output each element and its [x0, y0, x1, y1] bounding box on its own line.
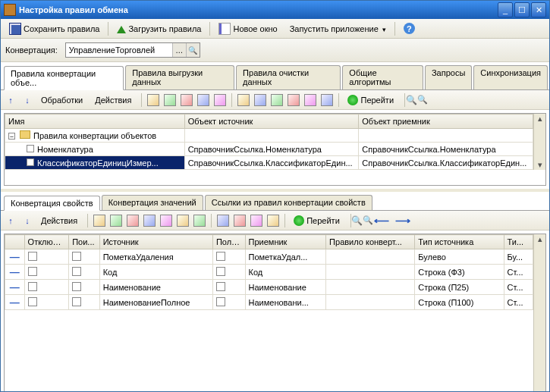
load-icon — [117, 26, 126, 33]
load-rules-button[interactable]: Загрузить правила — [112, 22, 206, 36]
tab-val-conv[interactable]: Конвертация значений — [102, 195, 203, 210]
checkbox-search[interactable] — [72, 267, 81, 276]
col-rule[interactable]: Правило конверт... — [326, 235, 415, 249]
cell: Ст... — [504, 265, 533, 280]
tree-leaf-row-selected[interactable]: КлассификаторЕдиницИзмер... СправочникСс… — [5, 156, 533, 170]
lower-table[interactable]: Отключи... Пои... Источник Полу... Прием… — [5, 234, 533, 391]
checkbox-search[interactable] — [72, 252, 81, 261]
vertical-scrollbar[interactable]: ▴▾ — [533, 234, 545, 391]
cell: Булево — [415, 249, 504, 265]
checkbox-disable[interactable] — [28, 267, 37, 276]
tool-button[interactable] — [253, 93, 267, 107]
table-row[interactable]: — НаименованиеПолное Наименовани... Стро… — [5, 295, 533, 310]
nav-next-button[interactable]: ⟶ — [394, 215, 412, 227]
checkbox-get[interactable] — [216, 267, 225, 276]
tool-button[interactable] — [180, 93, 193, 107]
col-disable[interactable]: Отключи... — [24, 235, 69, 249]
checkbox-search[interactable] — [72, 282, 81, 291]
checkbox-disable[interactable] — [28, 252, 37, 261]
tree-leaf-row[interactable]: Номенклатура СправочникСсылка.Номенклату… — [5, 143, 533, 156]
tool-button[interactable] — [250, 214, 263, 227]
col-search[interactable]: Пои... — [69, 235, 100, 249]
col-dst[interactable]: Объект приемник — [359, 114, 533, 129]
tab-queries[interactable]: Запросы — [425, 65, 472, 89]
table-row[interactable]: — Наименование Наименование Строка (П25)… — [5, 280, 533, 295]
col-source[interactable]: Источник — [99, 235, 212, 249]
move-up-button[interactable]: ↑ — [4, 93, 17, 107]
tool-button[interactable] — [233, 214, 247, 227]
tool-button[interactable] — [176, 214, 190, 227]
col-get[interactable]: Полу... — [212, 235, 245, 249]
tool-button[interactable] — [146, 93, 160, 107]
checkbox-get[interactable] — [216, 297, 225, 306]
col-dtype[interactable]: Ти... — [504, 235, 533, 249]
tool-button[interactable] — [213, 93, 227, 107]
col-name[interactable]: Имя — [5, 114, 185, 129]
tool-button[interactable] — [320, 93, 334, 107]
table-row[interactable]: — Код Код Строка (Ф3) Ст... — [5, 265, 533, 280]
tab-refs[interactable]: Ссылки из правил конвертации свойств — [205, 195, 372, 210]
cell: Ст... — [504, 295, 533, 310]
cell: ПометкаУдал... — [245, 249, 326, 265]
separator — [141, 93, 142, 107]
table-row[interactable]: — ПометкаУдаления ПометкаУдал... Булево … — [5, 249, 533, 265]
tool-button[interactable] — [303, 93, 317, 107]
search-button[interactable]: 🔍 — [356, 214, 369, 227]
cell: Бу... — [504, 249, 533, 265]
tool-icon — [164, 94, 176, 106]
save-rules-button[interactable]: Сохранить правила — [4, 20, 105, 37]
new-window-button[interactable]: Новое окно — [213, 20, 282, 37]
move-up-button[interactable]: ↑ — [4, 214, 17, 227]
conversion-combo[interactable]: … 🔍 — [65, 42, 200, 58]
move-down-button[interactable]: ↓ — [20, 93, 34, 107]
tool-button[interactable] — [216, 214, 230, 227]
processing-menu[interactable]: Обработки — [37, 93, 88, 107]
tool-button[interactable] — [126, 214, 140, 227]
nav-prev-button[interactable]: ⟵ — [372, 215, 391, 227]
combo-ellipsis-button[interactable]: … — [172, 43, 186, 57]
col-src[interactable]: Объект источник — [184, 114, 359, 129]
actions-menu[interactable]: Действия — [37, 214, 83, 227]
col-blank[interactable] — [5, 235, 25, 249]
move-down-button[interactable]: ↓ — [20, 214, 34, 227]
checkbox-disable[interactable] — [28, 282, 37, 291]
tree-root-row[interactable]: −Правила конвертации объектов — [5, 129, 533, 143]
close-button[interactable]: ✕ — [531, 2, 546, 17]
tab-prop-conv[interactable]: Конвертация свойств — [4, 196, 100, 211]
tool-button[interactable] — [287, 93, 300, 107]
actions-menu[interactable]: Действия — [91, 93, 137, 107]
tab-cleanup-rules[interactable]: Правила очистки данных — [236, 65, 341, 89]
goto-menu[interactable]: Перейти — [344, 93, 400, 108]
conversion-input[interactable] — [66, 43, 172, 57]
minimize-button[interactable]: _ — [498, 2, 513, 17]
tool-button[interactable] — [237, 93, 250, 107]
checkbox-get[interactable] — [216, 282, 225, 291]
tool-button[interactable] — [193, 214, 206, 227]
run-app-menu[interactable]: Запустить приложение — [284, 22, 391, 36]
tool-button[interactable] — [196, 93, 210, 107]
checkbox-disable[interactable] — [28, 297, 37, 306]
tab-algorithms[interactable]: Общие алгоритмы — [342, 65, 423, 89]
goto-menu[interactable]: Перейти — [290, 213, 346, 228]
tool-button[interactable] — [270, 93, 284, 107]
checkbox-get[interactable] — [216, 252, 225, 261]
col-dest[interactable]: Приемник — [245, 235, 326, 249]
tab-export-rules[interactable]: Правила выгрузки данных — [125, 65, 234, 89]
help-button[interactable]: ? — [398, 20, 420, 36]
tool-button[interactable] — [159, 214, 173, 227]
maximize-button[interactable]: ☐ — [514, 2, 530, 17]
tool-button[interactable] — [163, 93, 177, 107]
upper-table[interactable]: Имя Объект источник Объект приемник −Пра… — [5, 114, 533, 170]
tool-button[interactable] — [143, 214, 156, 227]
combo-open-button[interactable]: 🔍 — [186, 43, 200, 57]
vertical-scrollbar[interactable]: ▴▾ — [533, 114, 545, 170]
collapse-icon[interactable]: − — [8, 133, 15, 140]
tool-button[interactable] — [109, 214, 123, 227]
tab-sync[interactable]: Синхронизация — [473, 65, 548, 89]
search-button[interactable]: 🔍 — [410, 93, 423, 107]
tool-button[interactable] — [266, 214, 280, 227]
tab-conv-objects[interactable]: Правила конвертации объе... — [4, 66, 124, 90]
col-stype[interactable]: Тип источника — [415, 235, 504, 249]
checkbox-search[interactable] — [72, 297, 81, 306]
tool-button[interactable] — [93, 214, 106, 227]
